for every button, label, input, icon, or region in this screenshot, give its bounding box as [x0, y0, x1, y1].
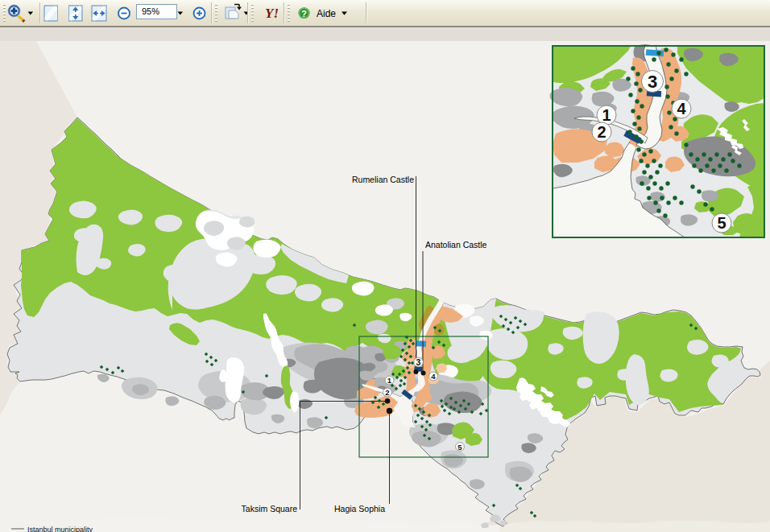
svg-text:4: 4 [677, 100, 686, 118]
svg-text:1: 1 [387, 376, 392, 385]
svg-text:2: 2 [597, 123, 606, 141]
svg-text:2: 2 [385, 388, 389, 397]
svg-text:Istanbul municipality: Istanbul municipality [27, 526, 93, 532]
svg-text:3: 3 [416, 357, 421, 367]
svg-text:Anatolian Castle: Anatolian Castle [425, 240, 487, 250]
svg-text:Hagia Sophia: Hagia Sophia [334, 504, 385, 513]
svg-text:Taksim Square: Taksim Square [242, 504, 298, 513]
svg-text:3: 3 [648, 72, 657, 92]
svg-text:5: 5 [457, 443, 462, 452]
svg-text:Rumelian Castle: Rumelian Castle [352, 175, 414, 184]
svg-text:Aide: Aide [317, 8, 336, 19]
svg-text:5: 5 [717, 214, 726, 232]
svg-text:1: 1 [602, 106, 611, 124]
svg-text:?: ? [301, 9, 307, 19]
svg-text:Y!: Y! [265, 6, 279, 21]
svg-text:4: 4 [431, 372, 436, 381]
